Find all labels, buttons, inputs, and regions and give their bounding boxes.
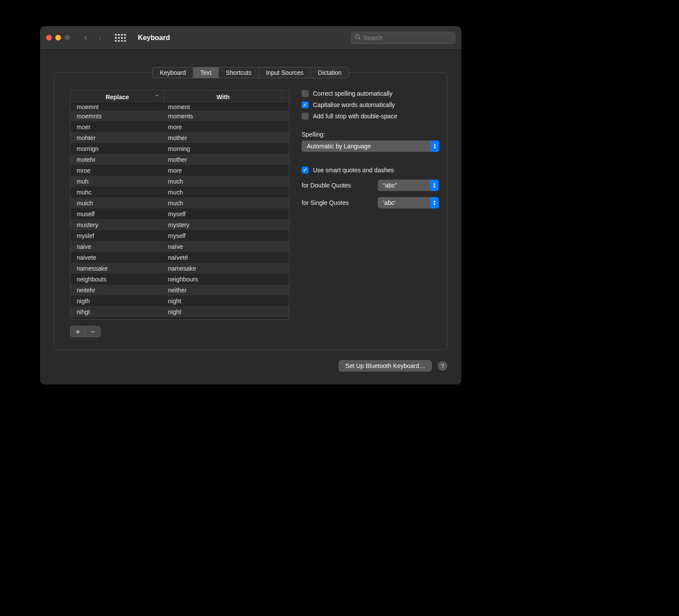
replace-cell: naivete	[71, 254, 165, 261]
single-quotes-row: for Single Quotes ‘abc’ ▲▼	[302, 197, 439, 208]
with-cell: night	[165, 308, 289, 315]
table-row[interactable]: muhmuch	[71, 176, 289, 187]
table-row[interactable]: mohtermother	[71, 132, 289, 143]
with-cell: night	[165, 298, 289, 305]
with-cell: moments	[165, 113, 289, 120]
double-quotes-label: for Double Quotes	[302, 182, 373, 189]
table-row[interactable]: nigthnight	[71, 295, 289, 306]
spelling-label: Spelling:	[302, 131, 439, 138]
replace-cell: nihgt	[71, 308, 165, 315]
table-row[interactable]: muichmuch	[71, 198, 289, 208]
with-cell: more	[165, 124, 289, 131]
with-cell: mother	[165, 134, 289, 141]
table-row[interactable]: naivenaïve	[71, 241, 289, 252]
remove-button[interactable]: －	[85, 326, 100, 337]
with-cell: neither	[165, 287, 289, 294]
replacements-column: Replace ⌃ With moemntmomentmoemntsmoment…	[70, 90, 289, 337]
content-pane: Replace ⌃ With moemntmomentmoemntsmoment…	[54, 72, 447, 350]
table-row[interactable]: namessakenamesake	[71, 263, 289, 274]
table-row[interactable]: muselfmyself	[71, 208, 289, 219]
replacements-table: Replace ⌃ With moemntmomentmoemntsmoment…	[70, 90, 289, 320]
table-row[interactable]: myslefmyself	[71, 230, 289, 241]
footer: Set Up Bluetooth Keyboard… ?	[40, 350, 461, 385]
correct-spelling-checkbox[interactable]	[302, 90, 309, 97]
window-body: Keyboard Text Shortcuts Input Sources Di…	[40, 50, 461, 350]
minimize-window-button[interactable]	[55, 35, 61, 40]
with-cell: mystery	[165, 221, 289, 228]
double-quotes-value: “abc”	[383, 182, 397, 189]
forward-button: ›	[98, 33, 101, 43]
tab-bar: Keyboard Text Shortcuts Input Sources Di…	[152, 67, 349, 78]
replace-cell: motehr	[71, 156, 165, 163]
setup-bluetooth-keyboard-button[interactable]: Set Up Bluetooth Keyboard…	[339, 360, 432, 372]
smart-quotes-option[interactable]: Use smart quotes and dashes	[302, 167, 439, 174]
with-cell: naïve	[165, 243, 289, 250]
add-button[interactable]: ＋	[71, 326, 85, 337]
correct-spelling-option[interactable]: Correct spelling automatically	[302, 90, 439, 97]
table-row[interactable]: neighboutsneighbours	[71, 274, 289, 285]
table-row[interactable]: mornignmorning	[71, 143, 289, 154]
replace-cell: muh	[71, 178, 165, 185]
window-controls	[46, 35, 70, 40]
spelling-value: Automatic by Language	[307, 143, 371, 150]
smart-quotes-checkbox[interactable]	[302, 167, 309, 174]
close-window-button[interactable]	[46, 35, 52, 40]
table-row[interactable]: moemntsmoments	[71, 110, 289, 121]
correct-spelling-label: Correct spelling automatically	[313, 90, 393, 97]
select-stepper-icon: ▲▼	[430, 180, 439, 191]
replace-cell: neighbouts	[71, 276, 165, 283]
show-all-button[interactable]	[115, 34, 126, 42]
search-input[interactable]	[363, 34, 451, 41]
table-row[interactable]: moermore	[71, 121, 289, 132]
table-row[interactable]: nihgtnight	[71, 306, 289, 317]
replace-cell: naive	[71, 243, 165, 250]
table-row[interactable]: mroemore	[71, 165, 289, 176]
table-row[interactable]: moemntmoment	[71, 104, 289, 110]
back-button[interactable]: ‹	[84, 33, 87, 43]
table-row[interactable]: musterymystery	[71, 219, 289, 230]
capitalise-option[interactable]: Capitalise words automatically	[302, 101, 439, 108]
column-header-with[interactable]: With	[165, 90, 282, 103]
column-header-replace-label: Replace	[106, 94, 129, 100]
with-cell: mother	[165, 156, 289, 163]
with-cell: much	[165, 189, 289, 196]
with-cell: namesake	[165, 265, 289, 272]
tab-shortcuts[interactable]: Shortcuts	[219, 67, 259, 78]
help-button[interactable]: ?	[438, 361, 447, 371]
column-header-replace[interactable]: Replace ⌃	[71, 90, 165, 103]
capitalise-checkbox[interactable]	[302, 101, 309, 108]
preferences-window: ‹ › Keyboard Keyboard Text Shortcuts Inp…	[40, 26, 461, 385]
single-quotes-select[interactable]: ‘abc’ ▲▼	[378, 197, 439, 208]
table-row[interactable]: muhcmuch	[71, 187, 289, 198]
table-row[interactable]: neitehrneither	[71, 285, 289, 295]
svg-line-1	[359, 38, 361, 40]
search-field-wrap[interactable]	[351, 32, 455, 44]
zoom-window-button[interactable]	[64, 35, 70, 40]
options-column: Correct spelling automatically Capitalis…	[302, 90, 439, 337]
replace-cell: moemnts	[71, 113, 165, 120]
capitalise-label: Capitalise words automatically	[313, 101, 395, 108]
with-cell: myself	[165, 232, 289, 239]
tab-keyboard[interactable]: Keyboard	[153, 67, 193, 78]
spelling-select[interactable]: Automatic by Language ▲▼	[302, 141, 439, 152]
tab-text[interactable]: Text	[193, 67, 219, 78]
nav-arrows: ‹ ›	[84, 33, 102, 43]
replace-cell: namessake	[71, 265, 165, 272]
full-stop-option[interactable]: Add full stop with double-space	[302, 113, 439, 120]
table-body[interactable]: moemntmomentmoemntsmomentsmoermoremohter…	[71, 104, 289, 319]
single-quotes-label: for Single Quotes	[302, 199, 373, 206]
full-stop-label: Add full stop with double-space	[313, 113, 397, 120]
with-cell: neighbours	[165, 276, 289, 283]
full-stop-checkbox[interactable]	[302, 113, 309, 120]
column-header-with-label: With	[216, 94, 229, 100]
tab-input-sources[interactable]: Input Sources	[259, 67, 311, 78]
table-row[interactable]: motehrmother	[71, 154, 289, 165]
with-cell: more	[165, 167, 289, 174]
replace-cell: mustery	[71, 221, 165, 228]
with-cell: naïveté	[165, 254, 289, 261]
scrollbar-gutter	[282, 90, 289, 103]
tab-dictation[interactable]: Dictation	[311, 67, 348, 78]
double-quotes-select[interactable]: “abc” ▲▼	[378, 180, 439, 191]
with-cell: much	[165, 178, 289, 185]
table-row[interactable]: naivetenaïveté	[71, 252, 289, 263]
